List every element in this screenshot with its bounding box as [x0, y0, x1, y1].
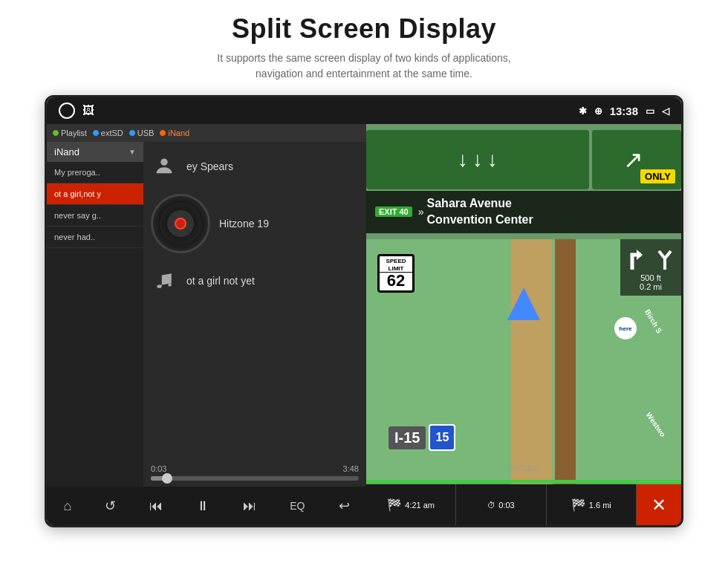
music-body: iNand ▼ My preroga.. ot a girl,not y nev…	[47, 142, 366, 487]
playlist-dropdown[interactable]: iNand ▼	[47, 142, 143, 162]
page-subtitle: It supports the same screen display of t…	[0, 51, 728, 82]
page-header: Split Screen Display It supports the sam…	[0, 0, 728, 89]
usb-label: USB	[137, 129, 155, 137]
turn-info-box: 500 ft 0.2 mi	[620, 239, 681, 296]
status-left: 🖼	[59, 103, 94, 119]
repeat-button[interactable]: ↺	[97, 493, 123, 518]
nav-direction-arrow	[507, 287, 540, 320]
destination-time: 4:21 am	[405, 501, 435, 510]
track-song-row: ot a girl not yet	[151, 267, 359, 294]
next-button[interactable]: ⏭	[235, 494, 264, 518]
nav-panel: ↓ ↓ ↓ ↗ ONLY EXIT 40 » Sahara AvenueConv…	[366, 124, 681, 525]
turn-icon	[626, 244, 650, 273]
source-tab-inand[interactable]: iNand	[160, 129, 189, 137]
dropdown-arrow-icon: ▼	[129, 148, 136, 156]
nav-remaining-dist: 🏁 1.6 mi	[547, 484, 637, 525]
track-artist: ey Spears	[186, 160, 233, 172]
nav-exit-box: EXIT 40 » Sahara AvenueConvention Center	[366, 191, 681, 233]
player-main: ey Spears Hitzone 19	[143, 142, 366, 487]
turn-feet: 500 ft	[640, 273, 661, 282]
track-artist-row: ey Spears	[151, 153, 359, 180]
arrow-down-3: ↓	[487, 148, 498, 172]
device-frame: 🖼 ✱ ⊕ 13:38 ▭ ◁ Playlist extSD	[45, 95, 683, 527]
music-panel: Playlist extSD USB iNand	[47, 124, 366, 525]
source-tab-usb[interactable]: USB	[129, 129, 155, 137]
source-tab-extsd[interactable]: extSD	[93, 129, 123, 137]
status-right: ✱ ⊕ 13:38 ▭ ◁	[579, 105, 669, 117]
usb-radio	[129, 130, 135, 136]
vinyl-disc-container	[151, 194, 210, 253]
prev-button[interactable]: ⏮	[142, 494, 170, 518]
close-nav-button[interactable]: ✕	[637, 484, 681, 525]
window-icon: ▭	[646, 105, 654, 117]
extsd-radio	[93, 130, 99, 136]
playlist-radio	[53, 130, 59, 136]
nav-progress-line	[366, 480, 681, 484]
progress-bar-track[interactable]	[151, 476, 359, 481]
location-icon: ⊕	[594, 105, 602, 117]
vinyl-center	[175, 218, 186, 230]
split-screen: Playlist extSD USB iNand	[47, 124, 681, 525]
status-bar: 🖼 ✱ ⊕ 13:38 ▭ ◁	[47, 97, 681, 124]
highway-badge-container: I-15 15	[389, 424, 455, 451]
play-pause-button[interactable]: ⏸	[189, 494, 217, 518]
nav-bottom-bar: 🏁 4:21 am ⏱ 0:03 🏁 1.6 mi ✕	[366, 484, 681, 525]
eq-button[interactable]: EQ	[282, 495, 312, 516]
playlist-dropdown-label: iNand	[54, 146, 79, 157]
track-album: Hitzone 19	[219, 218, 269, 230]
highway-shield: 15	[429, 424, 455, 451]
inand-label: iNand	[168, 129, 189, 137]
playlist-item-3[interactable]: never say g..	[47, 205, 143, 227]
flag-end-icon: 🏁	[571, 498, 586, 512]
nav-dest-time: 🏁 4:21 am	[366, 484, 456, 525]
playlist-item-2[interactable]: ot a girl,not y	[47, 183, 143, 205]
nav-sign-right: ↗ ONLY	[592, 130, 681, 189]
status-circle-icon	[59, 103, 75, 119]
only-badge: ONLY	[640, 169, 675, 183]
remaining-distance: 1.6 mi	[589, 501, 611, 510]
nav-elapsed-time: ⏱ 0:03	[456, 484, 546, 525]
speed-limit-label: SPEEDLIMIT	[380, 258, 412, 273]
image-icon: 🖼	[82, 104, 94, 117]
home-button[interactable]: ⌂	[56, 494, 79, 518]
controls-bar: ⌂ ↺ ⏮ ⏸ ⏭ EQ ↩	[47, 487, 366, 525]
playlist-label: Playlist	[61, 129, 87, 137]
seicane-watermark: Seicane	[507, 463, 539, 473]
speed-limit-sign: SPEEDLIMIT 62	[377, 254, 415, 293]
here-logo: here	[614, 317, 637, 339]
extsd-label: extSD	[101, 129, 123, 137]
flag-start-icon: 🏁	[387, 498, 402, 512]
nav-map: ↓ ↓ ↓ ↗ ONLY EXIT 40 » Sahara AvenueConv…	[366, 124, 681, 525]
progress-times: 0:03 3:48	[151, 464, 359, 473]
progress-thumb	[162, 473, 172, 484]
arrow-down-2: ↓	[472, 148, 483, 172]
page-title: Split Screen Display	[0, 13, 728, 45]
back-icon: ◁	[662, 105, 669, 117]
track-info: ey Spears Hitzone 19	[151, 153, 359, 305]
fork-icon	[654, 244, 675, 273]
nav-top-sign: ↓ ↓ ↓ ↗ ONLY	[366, 124, 681, 198]
arrow-down-1: ↓	[458, 148, 468, 172]
inand-radio	[160, 130, 166, 136]
exit-number: EXIT 40	[375, 207, 412, 217]
turn-mi: 0.2 mi	[640, 282, 662, 291]
track-album-row: Hitzone 19	[151, 190, 359, 257]
source-tab-playlist[interactable]: Playlist	[53, 129, 87, 137]
playlist-item-4[interactable]: never had..	[47, 227, 143, 248]
exit-name: Sahara AvenueConvention Center	[427, 195, 533, 229]
bluetooth-icon: ✱	[579, 105, 587, 117]
vinyl-disc	[151, 194, 210, 253]
elapsed-time: 0:03	[498, 501, 514, 510]
exit-arrow: »	[418, 206, 424, 218]
artist-icon	[151, 153, 178, 180]
music-note-icon	[151, 267, 178, 294]
playlist-item-1[interactable]: My preroga..	[47, 162, 143, 183]
svg-point-1	[168, 283, 171, 286]
back-button[interactable]: ↩	[331, 493, 357, 518]
source-tabs: Playlist extSD USB iNand	[47, 124, 366, 142]
track-song: ot a girl not yet	[186, 275, 255, 287]
clock-icon: ⏱	[487, 501, 495, 510]
nav-sign-left: ↓ ↓ ↓	[366, 130, 589, 189]
speed-limit-box: SPEEDLIMIT 62	[377, 254, 415, 293]
status-time: 13:38	[610, 105, 638, 117]
